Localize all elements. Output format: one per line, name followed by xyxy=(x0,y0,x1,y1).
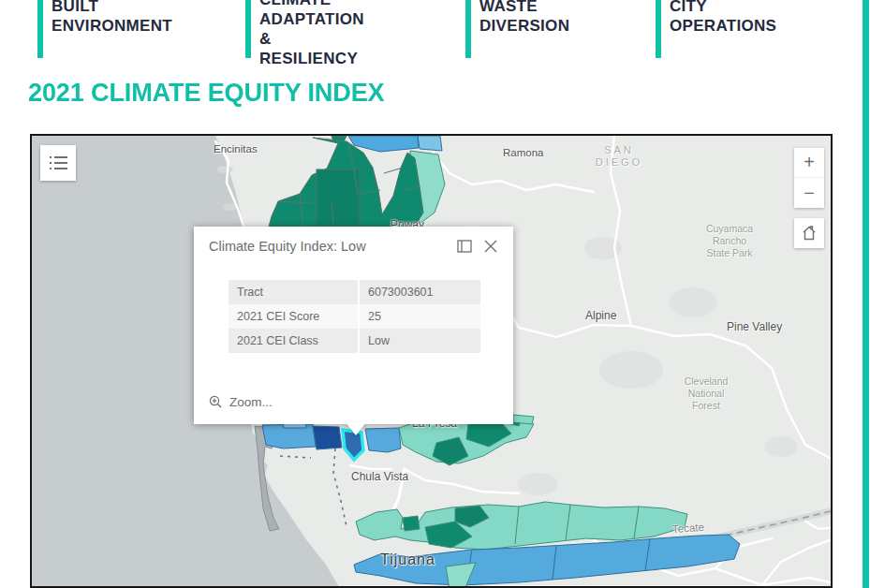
map-label-encinitas: Encinitas xyxy=(214,143,258,155)
map-label-chula-vista: Chula Vista xyxy=(351,471,408,483)
field-value: Low xyxy=(360,329,480,353)
field-label: 2021 CEI Class xyxy=(229,329,358,353)
zoom-link-label: Zoom... xyxy=(229,395,273,409)
popup-pointer xyxy=(346,422,366,435)
tab-accent-bar xyxy=(465,0,471,58)
close-popup-button[interactable] xyxy=(483,239,498,254)
tab-label: CLIMATE ADAPTATION & RESILIENCY xyxy=(259,0,364,68)
page: BUILT ENVIRONMENT CLIMATE ADAPTATION & R… xyxy=(0,0,870,588)
tab-label: BUILT ENVIRONMENT xyxy=(52,0,172,36)
tab-accent-bar xyxy=(245,0,251,58)
field-value: 25 xyxy=(360,304,480,329)
zoom-to-feature-link[interactable]: Zoom... xyxy=(209,395,273,409)
map-label-tecate: Tecate xyxy=(672,522,705,536)
climate-equity-map[interactable]: % xyxy=(30,134,833,588)
dock-popup-button[interactable] xyxy=(457,240,472,253)
map-label-ramona: Ramona xyxy=(503,147,543,159)
tab-accent-bar xyxy=(37,0,43,58)
tab-label: WASTE DIVERSION xyxy=(479,0,569,36)
map-label-alpine: Alpine xyxy=(585,310,616,322)
page-accent-edge xyxy=(863,0,869,588)
magnifier-plus-icon xyxy=(209,395,223,409)
field-label: Tract xyxy=(229,280,358,304)
map-label-cleveland-forest: Cleveland National Forest xyxy=(650,375,762,412)
legend-button[interactable] xyxy=(40,145,76,181)
map-label-tijuana: Tijuana xyxy=(380,553,435,566)
zoom-in-button[interactable]: + xyxy=(794,148,824,178)
field-label: 2021 CEI Score xyxy=(229,304,358,329)
tract-cluster-north[interactable] xyxy=(269,136,445,227)
legend-list-icon xyxy=(50,156,67,169)
tab-accent-bar xyxy=(656,0,661,58)
table-row: 2021 CEI Class Low xyxy=(229,329,480,353)
zoom-out-button[interactable]: − xyxy=(794,178,824,208)
terrain-patches: % xyxy=(517,237,798,495)
popup-title: Climate Equity Index: Low xyxy=(209,239,366,254)
home-extent-button[interactable] xyxy=(794,218,824,248)
map-label-cuyamaca: Cuyamaca Rancho State Park xyxy=(678,223,781,259)
field-value: 6073003601 xyxy=(360,280,480,304)
map-label-pine-valley: Pine Valley xyxy=(727,321,782,333)
bay-routes xyxy=(280,448,347,526)
table-row: Tract 6073003601 xyxy=(229,280,480,304)
feature-popup: Climate Equity Index: Low Tract 60730036… xyxy=(194,227,513,424)
home-icon xyxy=(801,225,818,242)
page-title: 2021 CLIMATE EQUITY INDEX xyxy=(28,78,385,108)
table-row: 2021 CEI Score 25 xyxy=(229,304,480,329)
tab-label: CITY OPERATIONS xyxy=(670,0,776,36)
attribute-table: Tract 6073003601 2021 CEI Score 25 2021 … xyxy=(229,280,480,353)
map-label-san-diego-county: SAN DIEGO xyxy=(586,144,652,169)
